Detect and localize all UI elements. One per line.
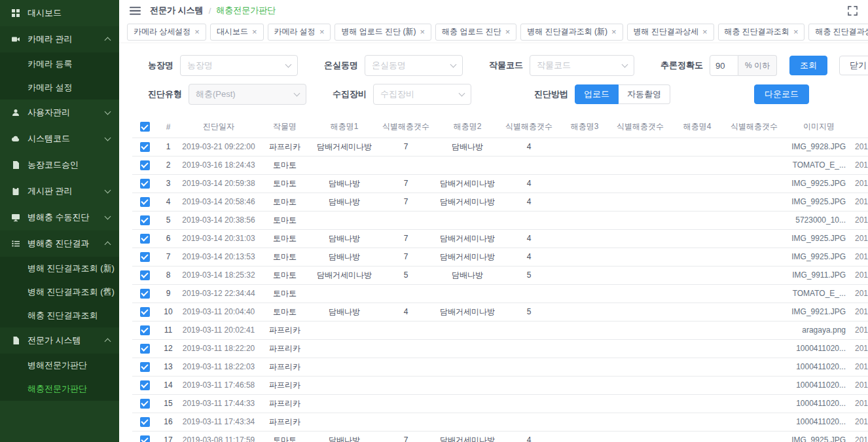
tab-close-icon[interactable]: ×	[194, 28, 200, 36]
accuracy-input[interactable]	[710, 55, 738, 76]
cell-image-name: IMG_9925.JPG	[783, 193, 855, 211]
tab[interactable]: 해충 진단결과조회 ×	[718, 24, 805, 41]
tab[interactable]: 해충 진단결과상세 ×	[808, 24, 868, 41]
tab-close-icon[interactable]: ×	[611, 28, 617, 36]
table-row[interactable]: 14 2019-03-11 17:46:58 파프리카 1000411020	[132, 376, 868, 394]
cell-clipped-date: 2019	[855, 339, 868, 358]
select-all-checkbox[interactable]	[140, 122, 150, 132]
sidebar-item-disease-expert-judgment[interactable]: 병해전문가판단	[0, 354, 119, 377]
cell-pest1-count	[377, 394, 435, 413]
tab-close-icon[interactable]: ×	[793, 28, 799, 36]
table-row[interactable]: 7 2019-03-14 20:13:53 토마토 담배나방 7 담배거세미나방…	[132, 248, 868, 266]
search-button[interactable]: 조회	[789, 56, 827, 75]
menu-toggle-icon[interactable]	[130, 7, 141, 15]
sidebar-item-pest-results[interactable]: 해충 진단결과조회	[0, 304, 119, 327]
close-button[interactable]: 닫기	[839, 56, 868, 75]
method-auto-capture-button[interactable]: 자동촬영	[619, 84, 670, 104]
sidebar-item-diagnosis-results[interactable]: 병해충 진단결과	[0, 230, 119, 257]
chevron-down-icon	[105, 187, 111, 194]
tab-close-icon[interactable]: ×	[319, 28, 325, 36]
row-checkbox[interactable]	[140, 325, 150, 335]
farm-name-select[interactable]: 농장명	[180, 55, 298, 76]
row-checkbox[interactable]	[140, 160, 150, 170]
crop-code-select[interactable]: 작물코드	[530, 55, 634, 76]
sidebar-item-dashboard[interactable]: 대시보드	[0, 0, 119, 26]
cell-crop-name: 파프리카	[258, 394, 312, 413]
main-area: 전문가 시스템 / 해충전문가판단 카메라 상세설정 × 대시보드 ×	[119, 0, 868, 442]
sidebar-item-pest-expert-judgment[interactable]: 해충전문가판단	[0, 377, 119, 401]
method-upload-button[interactable]: 업로드	[575, 84, 619, 104]
cell-row-number: 12	[157, 339, 179, 358]
row-checkbox[interactable]	[140, 215, 150, 225]
table-row[interactable]: 8 2019-03-14 18:25:32 토마토 담배거세미나방 5 담배나방…	[132, 266, 868, 284]
table-row[interactable]: 10 2019-03-11 20:04:40 토마토 담배나방 4 담배거세미나…	[132, 303, 868, 321]
table-row[interactable]: 1 2019-03-21 09:22:00 파프리카 담배거세미나방 7 담배나…	[132, 138, 868, 156]
row-checkbox[interactable]	[140, 380, 150, 390]
device-select[interactable]: 수집장비	[373, 84, 471, 105]
sidebar-item-camera-settings[interactable]: 카메라 설정	[0, 76, 119, 100]
sidebar-item-user-management[interactable]: 사용자관리	[0, 100, 119, 126]
cell-pest1	[312, 339, 377, 358]
cell-pest3-count	[611, 413, 669, 431]
tab[interactable]: 카메라 상세설정 ×	[127, 24, 206, 41]
table-row[interactable]: 6 2019-03-14 20:31:03 토마토 담배나방 7 담배거세미나방…	[132, 229, 868, 248]
table-row[interactable]: 2 2019-03-16 18:24:43 토마토 TOMATO_E_...	[132, 156, 868, 174]
sidebar-item-disease-results-new[interactable]: 병해 진단결과조회 (新)	[0, 257, 119, 280]
row-checkbox[interactable]	[140, 399, 150, 409]
row-checkbox[interactable]	[140, 234, 150, 244]
row-checkbox[interactable]	[140, 197, 150, 207]
tab[interactable]: 대시보드 ×	[210, 24, 264, 41]
row-checkbox[interactable]	[140, 417, 150, 427]
sidebar-item-camera-register[interactable]: 카메라 등록	[0, 52, 119, 76]
table-row[interactable]: 5 2019-03-14 20:38:56 토마토 5723000_10..	[132, 211, 868, 229]
cell-pest4-count	[725, 358, 783, 376]
tab-label: 해충 진단결과상세	[815, 26, 868, 37]
tab[interactable]: 해충 업로드 진단 ×	[435, 24, 516, 41]
tab-label: 병해 진단결과상세	[634, 26, 698, 37]
table-row[interactable]: 13 2019-03-11 18:22:03 파프리카 1000411020	[132, 358, 868, 376]
cell-pest4	[669, 138, 725, 156]
table-row[interactable]: 11 2019-03-11 20:02:41 파프리카 aragaya.pn	[132, 321, 868, 339]
sidebar-item-farm-code-approval[interactable]: 농장코드승인	[0, 152, 119, 178]
sidebar-item-expert-system[interactable]: 전문가 시스템	[0, 327, 119, 354]
row-checkbox[interactable]	[140, 252, 150, 262]
table-row[interactable]: 9 2019-03-12 22:34:44 토마토 TOMATO_E_...	[132, 284, 868, 303]
cell-pest1-count: 7	[377, 229, 435, 248]
table-row[interactable]: 3 2019-03-14 20:59:38 토마토 담배나방 7 담배거세미나방…	[132, 174, 868, 193]
tab[interactable]: 카메라 설정 ×	[268, 24, 331, 41]
tab-close-icon[interactable]: ×	[420, 28, 425, 36]
tab-close-icon[interactable]: ×	[505, 28, 511, 36]
sidebar-item-system-code[interactable]: 시스템코드	[0, 126, 119, 152]
tab-close-icon[interactable]: ×	[702, 28, 708, 36]
greenhouse-select[interactable]: 온실동명	[365, 55, 463, 76]
download-button[interactable]: 다운로드	[754, 84, 809, 104]
row-checkbox[interactable]	[140, 435, 150, 442]
row-checkbox[interactable]	[140, 142, 150, 152]
row-checkbox[interactable]	[140, 289, 150, 299]
tab[interactable]: 병해 진단결과상세 ×	[627, 24, 714, 41]
breadcrumb-root[interactable]: 전문가 시스템	[150, 5, 204, 16]
table-row[interactable]: 12 2019-03-11 18:22:20 파프리카 1000411020	[132, 339, 868, 358]
table-row[interactable]: 15 2019-03-11 17:44:33 파프리카 1000411020	[132, 394, 868, 413]
table-row[interactable]: 16 2019-03-11 17:43:34 파프리카 1000411020	[132, 413, 868, 431]
tab[interactable]: 병해 진단결과조회 (新) ×	[520, 24, 623, 41]
row-checkbox[interactable]	[140, 307, 150, 317]
row-checkbox[interactable]	[140, 270, 150, 280]
table-row[interactable]: 4 2019-03-14 20:58:46 토마토 담배나방 7 담배거세미나방…	[132, 193, 868, 211]
sidebar-item-manual-diagnosis[interactable]: 병해충 수동진단	[0, 204, 119, 230]
sidebar-item-disease-results-old[interactable]: 병해 진단결과조회 (舊)	[0, 280, 119, 304]
sidebar-item-camera-management[interactable]: 카메라 관리	[0, 26, 119, 52]
cell-clipped-date: 2019	[855, 156, 868, 174]
chevron-down-icon	[285, 62, 292, 68]
monitor-icon	[10, 213, 21, 222]
fullscreen-icon[interactable]	[848, 6, 858, 16]
table-row[interactable]: 17 2019-03-08 11:17:59 토마토 담배나방 7 담배거세미나…	[132, 431, 868, 442]
row-checkbox[interactable]	[140, 344, 150, 354]
sidebar-item-board-management[interactable]: 게시판 관리	[0, 178, 119, 204]
row-checkbox[interactable]	[140, 179, 150, 189]
tab[interactable]: 병해 업로드 진단 (新) ×	[335, 24, 431, 41]
tab-close-icon[interactable]: ×	[252, 28, 257, 36]
cell-pest4	[669, 358, 725, 376]
cell-pest1-count: 4	[377, 303, 435, 321]
row-checkbox[interactable]	[140, 362, 150, 372]
